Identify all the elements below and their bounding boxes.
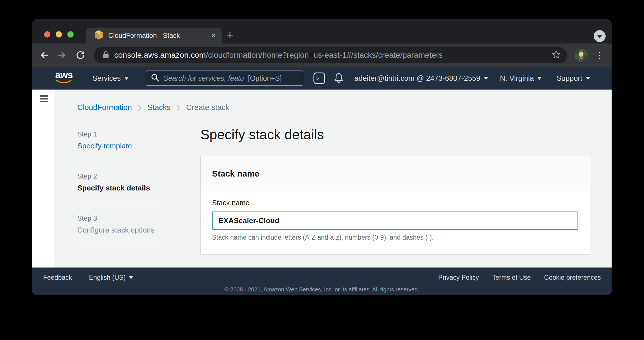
wizard-steps-nav: Step 1 Specify template Step 2 Specify s… [77, 130, 157, 256]
step-number: Step 2 [77, 172, 157, 180]
chevron-down-icon [484, 77, 488, 80]
card-body: Stack name Stack name can include letter… [201, 191, 590, 241]
browser-window: CloudFormation - Stack × + [32, 19, 612, 295]
search-shortcut-hint: [Option+S] [248, 74, 282, 82]
zoom-window-button[interactable] [67, 31, 74, 38]
copyright-text: © 2008 - 2021, Amazon Web Services, Inc.… [32, 286, 612, 293]
chevron-down-icon [124, 77, 129, 80]
url-text: console.aws.amazon.com/cloudformation/ho… [114, 51, 443, 60]
minimize-window-button[interactable] [56, 31, 62, 38]
breadcrumb-chevron-icon [138, 104, 142, 111]
close-window-button[interactable] [44, 31, 50, 38]
card-header: Stack name [201, 156, 590, 191]
services-menu[interactable]: Services [92, 67, 129, 90]
chevron-down-icon [597, 35, 602, 38]
step-number: Step 1 [77, 130, 157, 138]
tab-search-button[interactable] [594, 30, 606, 42]
back-button[interactable] [38, 43, 51, 67]
left-sidebar [32, 90, 55, 268]
breadcrumb-cloudformation[interactable]: CloudFormation [77, 103, 132, 112]
tab-close-icon[interactable]: × [211, 32, 216, 40]
aws-smile-icon [56, 79, 72, 84]
breadcrumb-chevron-icon [176, 104, 180, 111]
step-number: Step 3 [77, 214, 157, 222]
stack-name-card: Stack name Stack name Stack name can inc… [200, 156, 590, 255]
url-bar[interactable]: console.aws.amazon.com/cloudformation/ho… [94, 47, 567, 63]
new-tab-button[interactable]: + [224, 29, 236, 42]
search-placeholder: Search for services, featu [163, 74, 244, 82]
divider [77, 203, 157, 203]
aws-logo[interactable]: aws [55, 70, 73, 85]
tab-title: CloudFormation - Stack [108, 32, 211, 40]
divider [77, 245, 157, 245]
terms-of-use-link[interactable]: Terms of Use [492, 274, 531, 281]
lock-icon [102, 50, 110, 60]
browser-toolbar: console.aws.amazon.com/cloudformation/ho… [32, 43, 612, 67]
cookie-preferences-link[interactable]: Cookie preferences [544, 274, 601, 281]
breadcrumb: CloudFormation Stacks Create stack [77, 103, 229, 112]
url-host: console.aws.amazon.com [114, 51, 206, 59]
chevron-down-icon [129, 276, 133, 279]
tab-cloudformation[interactable]: CloudFormation - Stack × [86, 28, 222, 43]
forward-button[interactable] [55, 43, 68, 67]
feedback-button[interactable]: Feedback [43, 274, 72, 281]
account-menu[interactable]: adeiter@tintri.com @ 2473-6807-2559 [354, 67, 488, 90]
step-link-specify-template[interactable]: Specify template [77, 141, 157, 151]
aws-top-nav: aws Services Search for services, featu … [32, 67, 612, 90]
language-selector[interactable]: English (US) [89, 274, 133, 281]
url-path: /cloudformation/home?region=us-east-1#/s… [206, 51, 443, 59]
tab-bar: CloudFormation - Stack × + [32, 19, 612, 43]
console-footer: Feedback English (US) Privacy Policy Ter… [32, 268, 612, 295]
search-icon [151, 73, 159, 83]
footer-links: Privacy Policy Terms of Use Cookie prefe… [438, 274, 601, 281]
browser-menu-icon[interactable]: ⋮ [595, 47, 604, 63]
divider [77, 161, 157, 161]
chevron-down-icon [586, 77, 590, 80]
console-content: CloudFormation Stacks Create stack Step … [32, 90, 612, 268]
bookmark-star-icon[interactable] [552, 50, 561, 60]
breadcrumb-create-stack: Create stack [186, 103, 229, 112]
services-search-input[interactable]: Search for services, featu [Option+S] [146, 71, 303, 86]
wizard-step-2: Step 2 Specify stack details [77, 172, 157, 193]
stack-name-input[interactable] [212, 212, 578, 230]
step-future-configure-stack-options: Configure stack options [77, 225, 157, 235]
profile-avatar[interactable] [575, 49, 588, 62]
support-menu[interactable]: Support [556, 67, 590, 90]
footer-left: Feedback English (US) [43, 274, 133, 281]
region-menu[interactable]: N. Virginia [500, 67, 542, 90]
cloudshell-icon[interactable]: >_ [313, 72, 325, 84]
wizard-step-1: Step 1 Specify template [77, 130, 157, 151]
reload-button[interactable] [74, 43, 87, 67]
chevron-down-icon [537, 77, 542, 80]
page-title: Specify stack details [200, 127, 324, 142]
stack-name-help-text: Stack name can include letters (A-Z and … [212, 234, 578, 241]
notifications-bell-icon[interactable] [333, 67, 344, 90]
step-current-specify-stack-details: Specify stack details [77, 183, 157, 193]
hamburger-menu-icon[interactable] [40, 95, 48, 104]
privacy-policy-link[interactable]: Privacy Policy [438, 274, 479, 281]
stack-name-label: Stack name [212, 199, 578, 207]
traffic-lights [44, 31, 74, 38]
cloudformation-favicon-icon [94, 30, 103, 41]
breadcrumb-stacks[interactable]: Stacks [148, 103, 171, 112]
wizard-step-3: Step 3 Configure stack options [77, 214, 157, 235]
